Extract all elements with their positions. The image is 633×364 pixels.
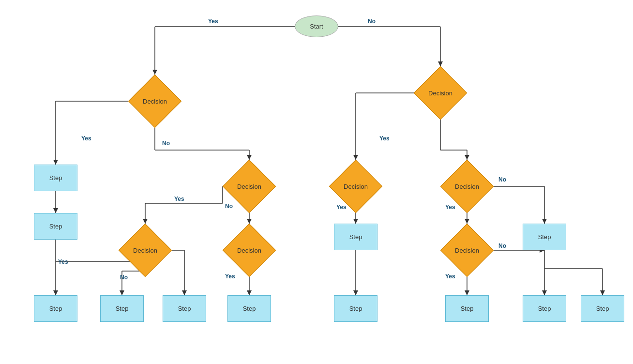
step-4: Step bbox=[100, 295, 144, 322]
step-9-label: Step bbox=[538, 233, 551, 241]
svg-text:Yes: Yes bbox=[379, 135, 390, 142]
step-11-label: Step bbox=[538, 305, 551, 312]
step-4-label: Step bbox=[116, 305, 129, 312]
start-node: Start bbox=[295, 15, 338, 37]
step-1-label: Step bbox=[49, 174, 62, 182]
step-10-label: Step bbox=[461, 305, 474, 312]
svg-text:Yes: Yes bbox=[174, 196, 184, 202]
step-8-label: Step bbox=[349, 305, 362, 312]
svg-marker-34 bbox=[143, 219, 148, 224]
flowchart: Yes No Yes No Yes No Yes No Yes Yes Yes … bbox=[0, 0, 633, 364]
step-9: Step bbox=[523, 224, 566, 250]
decision-4: Decision bbox=[223, 160, 276, 213]
svg-marker-45 bbox=[353, 219, 358, 224]
decision-3: Decision bbox=[119, 224, 172, 277]
svg-marker-15 bbox=[53, 208, 58, 213]
svg-marker-49 bbox=[465, 219, 469, 224]
svg-marker-13 bbox=[247, 155, 252, 160]
step-12-label: Step bbox=[596, 305, 609, 312]
decision-1: Decision bbox=[128, 75, 181, 128]
decision-2: Decision bbox=[414, 66, 467, 120]
svg-marker-30 bbox=[247, 219, 252, 224]
start-label: Start bbox=[310, 23, 323, 30]
svg-marker-47 bbox=[353, 290, 358, 295]
svg-marker-18 bbox=[53, 290, 58, 295]
decision-7: Decision bbox=[440, 160, 494, 213]
step-5: Step bbox=[163, 295, 206, 322]
step-8: Step bbox=[334, 295, 377, 322]
svg-text:Yes: Yes bbox=[58, 258, 68, 265]
svg-marker-2 bbox=[152, 70, 157, 75]
decision-6: Decision bbox=[329, 160, 382, 213]
step-3-label: Step bbox=[49, 305, 62, 312]
step-11: Step bbox=[523, 295, 566, 322]
svg-marker-5 bbox=[438, 61, 443, 66]
step-12: Step bbox=[581, 295, 624, 322]
svg-text:No: No bbox=[368, 18, 376, 25]
step-7-label: Step bbox=[349, 233, 362, 241]
svg-marker-39 bbox=[353, 155, 358, 160]
step-2: Step bbox=[34, 213, 77, 240]
svg-text:No: No bbox=[498, 243, 506, 249]
svg-marker-52 bbox=[542, 219, 547, 224]
svg-text:No: No bbox=[498, 176, 506, 183]
step-1: Step bbox=[34, 165, 77, 191]
step-6-label: Step bbox=[243, 305, 256, 312]
step-6: Step bbox=[227, 295, 271, 322]
decision-8: Decision bbox=[440, 224, 494, 277]
step-2-label: Step bbox=[49, 223, 62, 230]
svg-text:Yes: Yes bbox=[208, 18, 218, 25]
svg-marker-60 bbox=[600, 290, 605, 295]
step-10: Step bbox=[445, 295, 489, 322]
decision-5: Decision bbox=[223, 224, 276, 277]
svg-marker-62 bbox=[542, 290, 547, 295]
svg-marker-9 bbox=[53, 160, 58, 165]
step-5-label: Step bbox=[178, 305, 191, 312]
svg-marker-54 bbox=[465, 290, 469, 295]
svg-marker-28 bbox=[182, 290, 187, 295]
step-3: Step bbox=[34, 295, 77, 322]
svg-marker-36 bbox=[247, 290, 252, 295]
svg-text:Yes: Yes bbox=[81, 135, 91, 142]
svg-text:No: No bbox=[162, 140, 170, 147]
svg-marker-43 bbox=[465, 155, 469, 160]
step-7: Step bbox=[334, 224, 377, 250]
svg-marker-25 bbox=[120, 290, 124, 295]
